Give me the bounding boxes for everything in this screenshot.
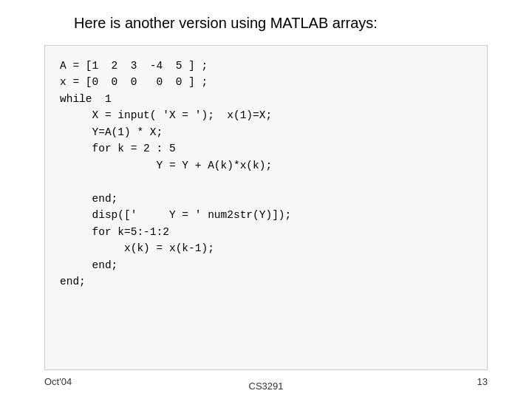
footer-right: 13 (477, 376, 488, 387)
slide-container: Here is another version using MATLAB arr… (0, 0, 532, 399)
slide-title: Here is another version using MATLAB arr… (22, 15, 510, 32)
footer-left: Oct'04 (44, 376, 72, 387)
footer: Oct'04 CS3291 13 (22, 370, 510, 392)
code-box: A = [1 2 3 -4 5 ] ; x = [0 0 0 0 0 ] ; w… (44, 45, 488, 370)
footer-center: CS3291 (249, 381, 284, 392)
